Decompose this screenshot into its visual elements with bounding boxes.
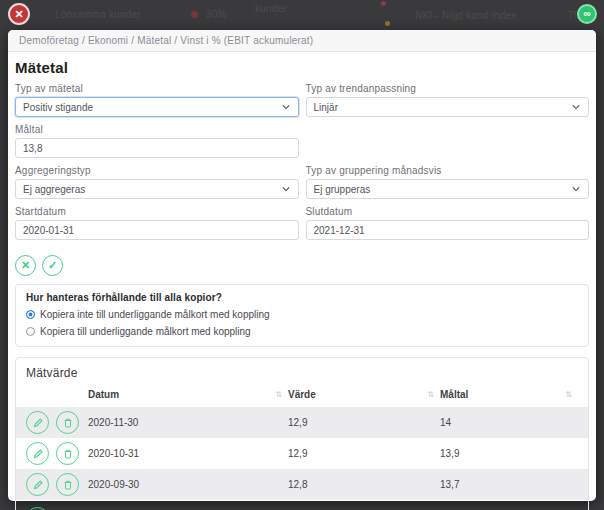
column-header-maltal[interactable]: Måltal ⇅ — [440, 389, 578, 400]
sort-icon[interactable]: ⇅ — [565, 390, 572, 399]
grouping-value: Ej grupperas — [314, 184, 371, 195]
trash-icon — [62, 417, 74, 429]
table-row: 2020-10-31 12,9 13,9 — [16, 438, 588, 469]
table-row: 2020-09-30 12,8 13,7 — [16, 469, 588, 500]
form-spacer — [306, 124, 590, 165]
backdrop-dot-pink — [381, 1, 386, 6]
pencil-icon — [32, 448, 44, 460]
grouping-label: Typ av gruppering månadsvis — [306, 165, 590, 176]
cell-datum: 2020-11-30 — [88, 417, 288, 428]
measurements-table-header: Datum ⇅ Värde ⇅ Måltal ⇅ — [16, 389, 588, 407]
field-aggregation: Aggregeringstyp Ej aggregeras — [15, 165, 299, 199]
edit-row-button[interactable] — [26, 411, 49, 434]
backdrop-text-30pct: 30% — [206, 9, 227, 20]
aggregation-select[interactable]: Ej aggregeras — [15, 179, 299, 199]
cell-maltal: 13,9 — [440, 448, 578, 459]
sort-icon[interactable]: ⇅ — [275, 390, 282, 399]
edit-row-button[interactable] — [26, 473, 49, 496]
sort-icon[interactable]: ⇅ — [427, 390, 434, 399]
field-end-date: Slutdatum — [306, 206, 590, 240]
chevron-down-icon — [281, 184, 291, 194]
target-label: Måltal — [15, 124, 299, 135]
column-header-varde[interactable]: Värde ⇅ — [288, 389, 440, 400]
trend-fit-value: Linjär — [314, 102, 338, 113]
column-label: Datum — [88, 389, 119, 400]
backdrop-status-dot-red — [191, 11, 198, 18]
cancel-icon: ✕ — [21, 260, 30, 271]
row-actions — [26, 442, 88, 465]
cell-varde: 12,8 — [288, 479, 440, 490]
backdrop-text-nki: NKI - Nöjd kund index — [415, 10, 516, 21]
aggregation-value: Ej aggregeras — [23, 184, 85, 195]
close-modal-button[interactable]: ✕ — [8, 3, 30, 25]
radio-option-label: Kopiera inte till underliggande målkort … — [40, 309, 270, 320]
grouping-select[interactable]: Ej grupperas — [306, 179, 590, 199]
chevron-down-icon — [571, 102, 581, 112]
field-grouping: Typ av gruppering månadsvis Ej grupperas — [306, 165, 590, 199]
copy-settings-card: Hur hanteras förhållande till alla kopio… — [15, 284, 589, 347]
breadcrumb: Demoföretag / Ekonomi / Mätetal / Vinst … — [8, 30, 596, 52]
target-input[interactable] — [15, 138, 299, 158]
measure-type-value: Positiv stigande — [23, 102, 93, 113]
chevron-down-icon — [281, 102, 291, 112]
end-date-label: Slutdatum — [306, 206, 590, 217]
confirm-button[interactable]: ✓ — [42, 255, 63, 276]
cell-datum: 2020-09-30 — [88, 479, 288, 490]
radio-option-copy[interactable]: Kopiera till underliggande målkort med k… — [26, 326, 578, 337]
chevron-down-icon — [571, 184, 581, 194]
check-icon: ✓ — [48, 260, 57, 271]
field-trend-fit: Typ av trendanpassning Linjär — [306, 83, 590, 117]
radio-unselected-icon[interactable] — [26, 327, 35, 336]
link-button[interactable]: ∞ — [577, 4, 597, 24]
delete-row-button[interactable] — [56, 411, 79, 434]
trash-icon — [62, 479, 74, 491]
start-date-label: Startdatum — [15, 206, 299, 217]
page-title: Mätetal — [15, 59, 589, 76]
radio-selected-icon[interactable] — [26, 310, 35, 319]
trend-fit-label: Typ av trendanpassning — [306, 83, 590, 94]
table-row: 2020-11-30 12,9 14 — [16, 407, 588, 438]
backdrop-text-lonsamma-kunder: Lönsamma kunder — [55, 9, 141, 20]
cell-maltal: 13,7 — [440, 479, 578, 490]
field-start-date: Startdatum — [15, 206, 299, 240]
radio-option-no-copy[interactable]: Kopiera inte till underliggande målkort … — [26, 309, 578, 320]
breadcrumb-text: Demoföretag / Ekonomi / Mätetal / Vinst … — [19, 35, 313, 46]
edit-row-button[interactable] — [26, 442, 49, 465]
metric-form: Typ av mätetal Positiv stigande Typ av t… — [15, 83, 589, 247]
cell-varde: 12,9 — [288, 448, 440, 459]
radio-option-label: Kopiera till underliggande målkort med k… — [40, 326, 251, 337]
trend-fit-select[interactable]: Linjär — [306, 97, 590, 117]
measurements-card: Mätvärde Datum ⇅ Värde ⇅ Måltal ⇅ — [15, 357, 589, 510]
pencil-icon — [32, 417, 44, 429]
measure-type-select[interactable]: Positiv stigande — [15, 97, 299, 117]
cell-datum: 2020-10-31 — [88, 448, 288, 459]
aggregation-label: Aggregeringstyp — [15, 165, 299, 176]
copy-question: Hur hanteras förhållande till alla kopio… — [26, 292, 578, 303]
backdrop-dot-yellow — [385, 21, 390, 26]
cell-varde: 12,9 — [288, 417, 440, 428]
measurements-title: Mätvärde — [16, 366, 588, 380]
row-actions — [26, 411, 88, 434]
cancel-button[interactable]: ✕ — [15, 255, 36, 276]
field-target: Måltal — [15, 124, 299, 158]
backdrop-text-kunder: kunder — [255, 3, 287, 14]
close-icon: ✕ — [14, 8, 23, 21]
trash-icon — [62, 448, 74, 460]
cell-maltal: 14 — [440, 417, 578, 428]
row-actions — [26, 473, 88, 496]
delete-row-button[interactable] — [56, 473, 79, 496]
matetal-modal: Demoföretag / Ekonomi / Mätetal / Vinst … — [8, 30, 596, 501]
field-measure-type: Typ av mätetal Positiv stigande — [15, 83, 299, 117]
delete-row-button[interactable] — [56, 442, 79, 465]
column-label: Värde — [288, 389, 316, 400]
end-date-input[interactable] — [306, 220, 590, 240]
column-label: Måltal — [440, 389, 468, 400]
pencil-icon — [32, 479, 44, 491]
form-actions: ✕ ✓ — [15, 255, 589, 276]
measure-type-label: Typ av mätetal — [15, 83, 299, 94]
column-header-datum[interactable]: Datum ⇅ — [88, 389, 288, 400]
start-date-input[interactable] — [15, 220, 299, 240]
link-icon: ∞ — [583, 9, 590, 19]
